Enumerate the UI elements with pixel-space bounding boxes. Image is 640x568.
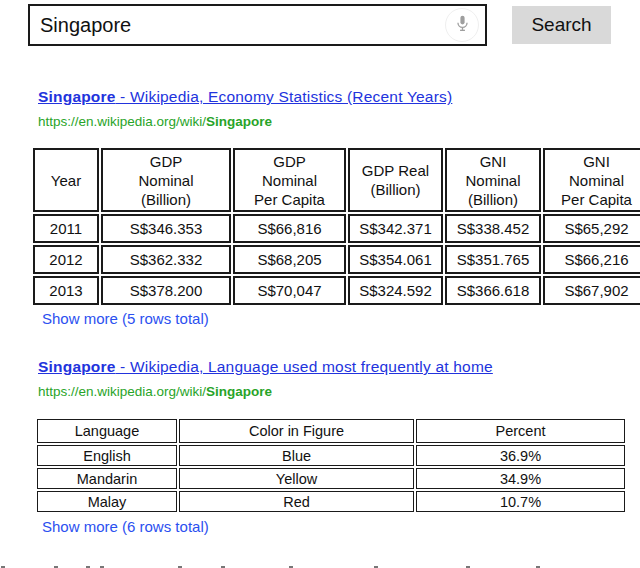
search-input[interactable]	[30, 6, 485, 44]
table-header-row: LanguageColor in FigurePercent	[37, 419, 625, 443]
url-highlight: Singapore	[206, 384, 272, 399]
table-header-row: YearGDP Nominal (Billion)GDP Nominal Per…	[33, 148, 640, 212]
result-link-language[interactable]: Singapore - Wikipedia, Language used mos…	[38, 358, 493, 376]
search-input-box[interactable]	[28, 4, 487, 46]
clipped-text-marks	[0, 564, 640, 568]
table-row: 2013S$378.200S$70,047S$324.592S$366.618S…	[33, 276, 640, 305]
table-cell: S$67,902	[543, 276, 640, 305]
table-cell: English	[37, 445, 177, 466]
table-row: 2012S$362.332S$68,205S$354.061S$351.765S…	[33, 245, 640, 274]
url-prefix: https://en.wikipedia.org/wiki/	[38, 114, 206, 129]
table-cell: S$68,205	[233, 245, 346, 274]
table-cell: 34.9%	[416, 468, 625, 489]
economy-stats-table: YearGDP Nominal (Billion)GDP Nominal Per…	[31, 146, 640, 307]
column-header: Percent	[416, 419, 625, 443]
show-more-link-economy[interactable]: Show more (5 rows total)	[42, 310, 209, 327]
table-cell: S$338.452	[445, 214, 541, 243]
table-cell: S$378.200	[101, 276, 231, 305]
table-row: 2011S$346.353S$66,816S$342.371S$338.452S…	[33, 214, 640, 243]
result-link-bold-text: Singapore	[38, 88, 116, 105]
table-cell: S$66,816	[233, 214, 346, 243]
column-header: GDP Real (Billion)	[348, 148, 443, 212]
table-cell: Mandarin	[37, 468, 177, 489]
table-cell: Blue	[179, 445, 414, 466]
column-header: Year	[33, 148, 99, 212]
table-row: MalayRed10.7%	[37, 491, 625, 512]
table-cell: S$342.371	[348, 214, 443, 243]
column-header: GNI Nominal Per Capita	[543, 148, 640, 212]
table-cell: S$66,216	[543, 245, 640, 274]
result-url-economy: https://en.wikipedia.org/wiki/Singapore	[38, 114, 272, 129]
column-header: GDP Nominal (Billion)	[101, 148, 231, 212]
result-link-bold-text: Singapore	[38, 358, 116, 375]
table-cell: Red	[179, 491, 414, 512]
table-cell: 36.9%	[416, 445, 625, 466]
table-row: EnglishBlue36.9%	[37, 445, 625, 466]
table-cell: S$324.592	[348, 276, 443, 305]
search-button[interactable]: Search	[512, 6, 611, 44]
table-cell: S$351.765	[445, 245, 541, 274]
table-cell: S$70,047	[233, 276, 346, 305]
table-cell: S$346.353	[101, 214, 231, 243]
table-cell: Yellow	[179, 468, 414, 489]
table-cell: S$65,292	[543, 214, 640, 243]
table-row: MandarinYellow34.9%	[37, 468, 625, 489]
result-link-rest-text: - Wikipedia, Economy Statistics (Recent …	[116, 88, 453, 105]
language-table: LanguageColor in FigurePercent EnglishBl…	[35, 417, 627, 514]
search-bar: Search	[28, 4, 611, 46]
table-cell: S$354.061	[348, 245, 443, 274]
result-link-rest-text: - Wikipedia, Language used most frequent…	[116, 358, 493, 375]
microphone-button[interactable]	[445, 8, 479, 42]
table-cell: S$362.332	[101, 245, 231, 274]
result-url-language: https://en.wikipedia.org/wiki/Singapore	[38, 384, 272, 399]
show-more-link-language[interactable]: Show more (6 rows total)	[42, 518, 209, 535]
url-prefix: https://en.wikipedia.org/wiki/	[38, 384, 206, 399]
column-header: GNI Nominal (Billion)	[445, 148, 541, 212]
url-highlight: Singapore	[206, 114, 272, 129]
table-cell: 2011	[33, 214, 99, 243]
table-cell: 2013	[33, 276, 99, 305]
microphone-icon	[452, 13, 473, 38]
column-header: Language	[37, 419, 177, 443]
result-link-economy[interactable]: Singapore - Wikipedia, Economy Statistic…	[38, 88, 452, 106]
table-cell: 10.7%	[416, 491, 625, 512]
column-header: GDP Nominal Per Capita	[233, 148, 346, 212]
table-cell: S$366.618	[445, 276, 541, 305]
table-cell: Malay	[37, 491, 177, 512]
column-header: Color in Figure	[179, 419, 414, 443]
table-cell: 2012	[33, 245, 99, 274]
